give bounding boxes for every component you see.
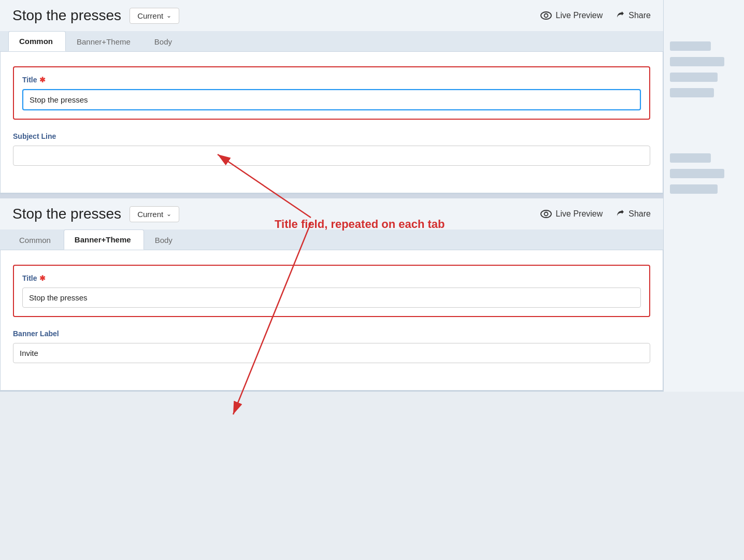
bottom-version-label: Current (137, 210, 163, 219)
top-sidebar-item-2 (670, 57, 724, 66)
bottom-banner-label-label: Banner Label (13, 329, 650, 338)
top-tab-body[interactable]: Body (144, 32, 185, 51)
top-share-label: Share (628, 11, 651, 20)
bottom-panel-content: Title ✱ Banner Label (0, 250, 663, 391)
top-panel-content: Title ✱ Subject Line (0, 51, 663, 193)
top-chevron-icon: ⌄ (166, 12, 171, 19)
top-panel-title: Stop the presses (12, 7, 121, 24)
top-sidebar-item-1 (670, 41, 711, 51)
top-header-right: Live Preview Share (540, 11, 651, 20)
svg-point-0 (541, 12, 551, 19)
top-live-preview-label: Live Preview (556, 11, 603, 20)
top-tabs: Common Banner+Theme Body (0, 31, 663, 51)
top-sidebar-item-3 (670, 73, 718, 82)
bottom-sidebar-item-2 (670, 169, 724, 178)
top-title-required-star: ✱ (39, 76, 46, 84)
top-share-button[interactable]: Share (615, 11, 651, 20)
bottom-banner-label-input[interactable] (13, 343, 650, 363)
svg-point-2 (541, 210, 551, 218)
top-subject-line-input[interactable] (13, 146, 650, 166)
top-subject-line-label: Subject Line (13, 132, 650, 140)
bottom-sidebar-item-1 (670, 153, 711, 163)
bottom-live-preview-label: Live Preview (556, 209, 603, 219)
top-tab-common[interactable]: Common (8, 31, 66, 51)
top-title-label: Title ✱ (22, 76, 641, 84)
bottom-right-sidebar (663, 112, 744, 392)
top-title-red-box: Title ✱ (13, 66, 650, 120)
bottom-tab-common[interactable]: Common (8, 230, 64, 250)
top-share-icon (615, 11, 624, 20)
bottom-banner-label-group: Banner Label (13, 329, 650, 363)
bottom-eye-icon (540, 210, 552, 218)
bottom-tabs: Common Banner+Theme Body (0, 229, 663, 250)
bottom-live-preview-button[interactable]: Live Preview (540, 209, 603, 219)
bottom-header-right: Live Preview Share (540, 209, 651, 219)
bottom-version-dropdown[interactable]: Current ⌄ (130, 206, 179, 222)
panels-divider (0, 194, 744, 198)
top-panel-header: Stop the presses Current ⌄ Live Preview (0, 0, 663, 31)
top-title-input[interactable] (22, 89, 641, 110)
top-version-dropdown[interactable]: Current ⌄ (130, 8, 179, 24)
top-eye-icon (540, 11, 552, 20)
bottom-share-icon (615, 209, 624, 219)
bottom-title-label: Title ✱ (22, 274, 641, 282)
top-tab-banner-theme[interactable]: Banner+Theme (66, 32, 144, 51)
bottom-panel-header: Stop the presses Current ⌄ Live Preview (0, 198, 663, 229)
bottom-share-button[interactable]: Share (615, 209, 651, 219)
top-panel: Stop the presses Current ⌄ Live Preview (0, 0, 663, 194)
bottom-title-field-group: Title ✱ (22, 274, 641, 308)
bottom-tab-banner-theme[interactable]: Banner+Theme (64, 229, 144, 250)
bottom-panel: Stop the presses Current ⌄ Live Preview (0, 198, 663, 392)
top-subject-line-group: Subject Line (13, 132, 650, 166)
top-title-field-group: Title ✱ (22, 76, 641, 110)
top-sidebar-item-4 (670, 88, 714, 97)
top-live-preview-button[interactable]: Live Preview (540, 11, 603, 20)
svg-point-1 (544, 14, 548, 18)
bottom-title-input[interactable] (22, 288, 641, 308)
bottom-share-label: Share (628, 209, 651, 219)
svg-point-3 (544, 212, 548, 216)
bottom-tab-body[interactable]: Body (144, 230, 185, 250)
bottom-title-red-box: Title ✱ (13, 265, 650, 317)
bottom-title-required-star: ✱ (39, 274, 46, 282)
top-version-label: Current (137, 11, 163, 20)
bottom-chevron-icon: ⌄ (166, 210, 171, 218)
bottom-panel-title: Stop the presses (12, 206, 121, 222)
bottom-sidebar-item-3 (670, 184, 718, 194)
